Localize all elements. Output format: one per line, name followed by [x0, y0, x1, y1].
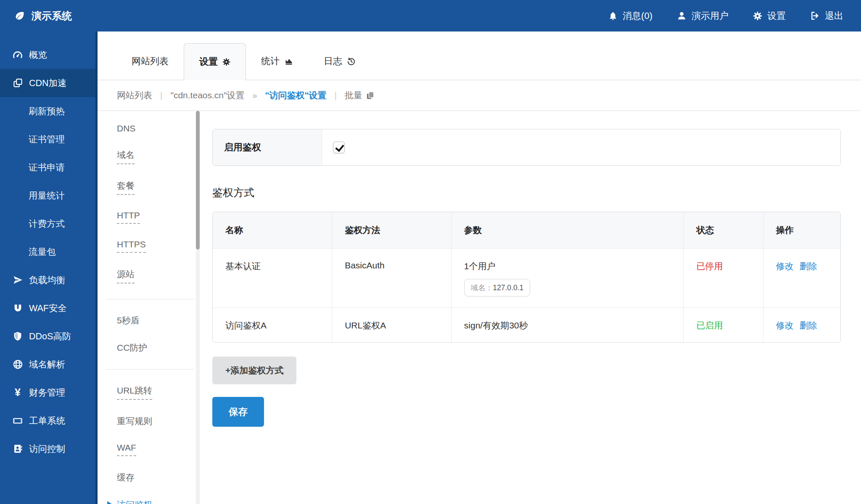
sidebar-item-traffic-pack[interactable]: 流量包 [0, 238, 98, 266]
sidebar-item-label: 访问控制 [29, 443, 65, 455]
tab-logs[interactable]: 日志 [309, 43, 371, 80]
sidebar-item-label: 域名解析 [29, 358, 65, 370]
top-bar: 演示系统 消息(0) 演示用户 设置 退出 [0, 0, 861, 32]
history-icon [347, 57, 356, 66]
active-triangle-icon [107, 501, 112, 504]
settings-button[interactable]: 设置 [753, 10, 786, 22]
sidebar-item-cert-apply[interactable]: 证书申请 [0, 153, 98, 181]
sidebar-item-finance[interactable]: ¥ 财务管理 [0, 378, 98, 407]
settings-nav: DNS 域名 套餐 HTTP HTTPS 源站 5秒盾 CC防护 URL跳转 重… [98, 111, 196, 504]
ticket-icon [12, 415, 24, 426]
table-row: 基本认证 BasicAuth 1个用户 域名：127.0.0.1 已停用 [213, 249, 840, 308]
sidebar-item-label: 财务管理 [29, 386, 65, 399]
status-badge: 已启用 [684, 308, 763, 343]
breadcrumb-batch-button[interactable]: 批量 [345, 89, 375, 101]
column-header-status: 状态 [684, 212, 763, 249]
sidebar-item-label: 流量包 [29, 246, 56, 258]
sidebar-item-billing-method[interactable]: 计费方式 [0, 210, 98, 238]
sidebar-item-waf[interactable]: WAF安全 [0, 294, 98, 322]
domain-tag: 域名：127.0.0.1 [464, 279, 530, 297]
gauge-icon [12, 50, 24, 60]
breadcrumb-site-list[interactable]: 网站列表 [117, 89, 152, 101]
sign-out-icon [810, 11, 820, 21]
sidebar-item-label: 工单系统 [29, 415, 65, 427]
auth-methods-title: 鉴权方式 [212, 186, 841, 200]
logout-label: 退出 [825, 10, 843, 22]
settings-nav-item-dns[interactable]: DNS [117, 123, 196, 134]
settings-label: 设置 [767, 10, 786, 22]
breadcrumb-site-settings[interactable]: "cdn.teaos.cn"设置 [170, 89, 244, 101]
settings-nav-item-access-auth[interactable]: 访问鉴权 [117, 499, 196, 504]
table-row: 访问鉴权A URL鉴权A sign/有效期30秒 已启用 修改删除 [213, 308, 840, 343]
logout-button[interactable]: 退出 [810, 10, 843, 22]
user-label: 演示用户 [692, 10, 729, 22]
tab-site-list[interactable]: 网站列表 [116, 43, 184, 80]
topbar-menu: 消息(0) 演示用户 设置 退出 [608, 10, 861, 22]
tab-label: 日志 [324, 55, 342, 68]
settings-nav-item-origin[interactable]: 源站 [117, 268, 196, 284]
settings-nav-label: 缓存 [117, 472, 135, 483]
sidebar-item-label: WAF安全 [29, 302, 67, 314]
sidebar: 概览 CDN加速 刷新预热 证书管理 证书申请 用量统计 计费方式 流量包 [0, 32, 98, 504]
sidebar-item-refresh-prewarm[interactable]: 刷新预热 [0, 97, 98, 125]
auth-name-cell: 访问鉴权A [213, 308, 332, 343]
settings-nav-item-http[interactable]: HTTP [117, 210, 196, 224]
tab-settings[interactable]: 设置 [184, 43, 246, 80]
enable-auth-checkbox[interactable] [333, 142, 345, 153]
params-summary: 1个用户 [464, 260, 679, 272]
settings-nav-label: 源站 [117, 268, 135, 284]
breadcrumb: 网站列表 | "cdn.teaos.cn"设置 » "访问鉴权"设置 | 批量 [98, 80, 861, 111]
globe-icon [12, 359, 24, 370]
sidebar-item-label: 概览 [29, 49, 47, 61]
sidebar-item-access-control[interactable]: 访问控制 [0, 435, 98, 463]
brand[interactable]: 演示系统 [0, 9, 98, 23]
settings-nav-item-https[interactable]: HTTPS [117, 239, 196, 253]
settings-nav-label: HTTP [117, 210, 140, 224]
auth-method-cell: URL鉴权A [332, 308, 452, 343]
settings-nav-scrollbar[interactable] [196, 111, 200, 504]
sidebar-item-dns[interactable]: 域名解析 [0, 350, 98, 378]
edit-link[interactable]: 修改 [776, 261, 794, 271]
settings-nav-item-waf[interactable]: WAF [117, 443, 196, 456]
settings-nav-item-plan[interactable]: 套餐 [117, 180, 196, 195]
access-auth-panel: 启用鉴权 鉴权方式 名称 [200, 111, 861, 504]
auth-methods-table: 名称 鉴权方法 参数 状态 操作 基本认证 BasicAuth [212, 212, 841, 343]
edit-link[interactable]: 修改 [776, 320, 794, 330]
sidebar-item-load-balancer[interactable]: 负载均衡 [0, 266, 98, 294]
settings-nav-divider [106, 369, 194, 370]
domain-tag-value: 127.0.0.1 [493, 284, 523, 292]
id-card-icon [12, 444, 24, 454]
settings-nav-label: URL跳转 [117, 385, 152, 400]
sidebar-item-cdn[interactable]: CDN加速 [0, 69, 98, 97]
sidebar-item-cert-manage[interactable]: 证书管理 [0, 125, 98, 153]
tab-label: 设置 [199, 55, 218, 68]
sidebar-item-tickets[interactable]: 工单系统 [0, 407, 98, 435]
user-menu-button[interactable]: 演示用户 [677, 10, 729, 22]
sidebar-item-usage-stats[interactable]: 用量统计 [0, 181, 98, 210]
delete-link[interactable]: 删除 [800, 320, 817, 330]
save-button[interactable]: 保存 [212, 397, 264, 427]
sidebar-item-label: 刷新预热 [29, 105, 65, 117]
operations-cell: 修改删除 [763, 249, 840, 308]
messages-button[interactable]: 消息(0) [608, 10, 652, 22]
tab-statistics[interactable]: 统计 [246, 43, 309, 80]
sidebar-item-ddos[interactable]: DDoS高防 [0, 322, 98, 350]
scrollbar-thumb[interactable] [196, 111, 200, 249]
add-auth-method-button[interactable]: +添加鉴权方式 [212, 357, 296, 384]
settings-nav-label: 重写规则 [117, 415, 152, 427]
auth-params-cell: 1个用户 域名：127.0.0.1 [451, 249, 683, 308]
settings-nav-divider [106, 299, 194, 299]
settings-nav-item-domains[interactable]: 域名 [117, 149, 196, 164]
tab-label: 统计 [261, 55, 280, 68]
sidebar-item-label: CDN加速 [29, 77, 67, 89]
settings-nav-item-rewrite-rules[interactable]: 重写规则 [117, 415, 196, 427]
sidebar-item-label: 负载均衡 [29, 274, 65, 286]
breadcrumb-current[interactable]: "访问鉴权"设置 [265, 89, 327, 101]
settings-nav-item-cc-protect[interactable]: CC防护 [117, 342, 196, 354]
settings-nav-item-url-redirect[interactable]: URL跳转 [117, 385, 196, 400]
sidebar-item-overview[interactable]: 概览 [0, 41, 98, 69]
delete-link[interactable]: 删除 [800, 261, 817, 271]
settings-nav-label: CC防护 [117, 342, 147, 354]
settings-nav-item-cache[interactable]: 缓存 [117, 472, 196, 483]
settings-nav-item-5s-shield[interactable]: 5秒盾 [117, 315, 196, 326]
